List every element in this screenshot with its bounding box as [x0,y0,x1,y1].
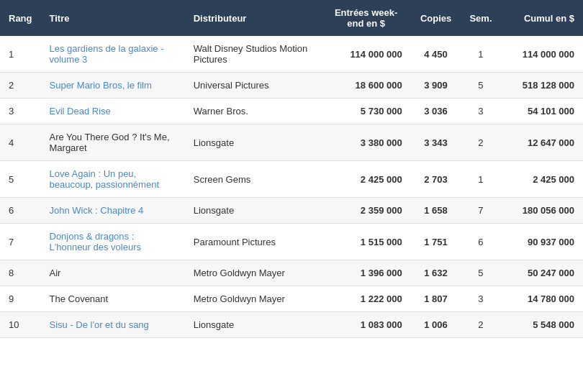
movie-link[interactable]: Evil Dead Rise [50,106,111,117]
cell-copies: 1 658 [411,198,461,224]
cell-entrees: 1 083 000 [322,312,411,338]
cell-titre: Air [41,260,185,286]
cell-copies: 1 807 [411,286,461,312]
cell-rang: 2 [0,73,41,99]
cell-titre[interactable]: Evil Dead Rise [41,99,185,124]
cell-copies: 1 632 [411,260,461,286]
cell-distributeur: Paramount Pictures [185,224,322,260]
movie-link[interactable]: Super Mario Bros, le film [50,80,152,91]
cell-cumul: 5 548 000 [501,312,584,338]
cell-copies: 3 343 [411,124,461,161]
cell-rang: 4 [0,124,41,161]
cell-distributeur: Lionsgate [185,312,322,338]
cell-distributeur: Lionsgate [185,198,322,224]
table-row: 1Les gardiens de la galaxie - volume 3Wa… [0,36,583,73]
cell-cumul: 180 056 000 [501,198,584,224]
cell-sem: 5 [461,260,500,286]
cell-entrees: 1 515 000 [322,224,411,260]
table-row: 4Are You There God ? It's Me, MargaretLi… [0,124,583,161]
cell-distributeur: Lionsgate [185,124,322,161]
cell-sem: 5 [461,73,500,99]
cell-sem: 2 [461,312,500,338]
cell-sem: 1 [461,36,500,73]
box-office-table: Rang Titre Distributeur Entrées week-end… [0,0,583,338]
cell-distributeur: Metro Goldwyn Mayer [185,260,322,286]
header-titre: Titre [41,0,185,36]
cell-copies: 1 006 [411,312,461,338]
movie-link[interactable]: Les gardiens de la galaxie - volume 3 [50,43,164,65]
cell-titre: The Covenant [41,286,185,312]
cell-copies: 3 909 [411,73,461,99]
header-sem: Sem. [461,0,500,36]
cell-rang: 8 [0,260,41,286]
cell-cumul: 54 101 000 [501,99,584,124]
cell-titre[interactable]: Les gardiens de la galaxie - volume 3 [41,36,185,73]
cell-copies: 1 751 [411,224,461,260]
cell-entrees: 1 222 000 [322,286,411,312]
cell-sem: 2 [461,124,500,161]
cell-entrees: 1 396 000 [322,260,411,286]
cell-sem: 3 [461,286,500,312]
table-row: 6John Wick : Chapitre 4Lionsgate2 359 00… [0,198,583,224]
cell-distributeur: Screen Gems [185,161,322,198]
cell-rang: 6 [0,198,41,224]
cell-titre[interactable]: Love Again : Un peu, beaucoup, passionné… [41,161,185,198]
cell-distributeur: Universal Pictures [185,73,322,99]
table-row: 5Love Again : Un peu, beaucoup, passionn… [0,161,583,198]
cell-distributeur: Metro Goldwyn Mayer [185,286,322,312]
cell-titre[interactable]: Sisu - De l'or et du sang [41,312,185,338]
cell-cumul: 2 425 000 [501,161,584,198]
cell-rang: 1 [0,36,41,73]
cell-entrees: 2 425 000 [322,161,411,198]
table-header-row: Rang Titre Distributeur Entrées week-end… [0,0,583,36]
cell-rang: 7 [0,224,41,260]
header-entrees: Entrées week-end en $ [322,0,411,36]
cell-rang: 10 [0,312,41,338]
cell-cumul: 518 128 000 [501,73,584,99]
cell-cumul: 14 780 000 [501,286,584,312]
cell-titre[interactable]: John Wick : Chapitre 4 [41,198,185,224]
movie-link[interactable]: Love Again : Un peu, beaucoup, passionné… [50,168,160,190]
cell-copies: 4 450 [411,36,461,73]
movie-link[interactable]: Donjons & dragons : L'honneur des voleur… [50,231,142,252]
cell-copies: 2 703 [411,161,461,198]
table-row: 7Donjons & dragons : L'honneur des voleu… [0,224,583,260]
cell-sem: 6 [461,224,500,260]
table-row: 10Sisu - De l'or et du sangLionsgate1 08… [0,312,583,338]
cell-rang: 5 [0,161,41,198]
movie-link[interactable]: Sisu - De l'or et du sang [50,319,149,330]
header-distributeur: Distributeur [185,0,322,36]
cell-titre[interactable]: Super Mario Bros, le film [41,73,185,99]
cell-entrees: 3 380 000 [322,124,411,161]
table-row: 3Evil Dead RiseWarner Bros.5 730 0003 03… [0,99,583,124]
cell-cumul: 12 647 000 [501,124,584,161]
header-cumul: Cumul en $ [501,0,584,36]
movie-link[interactable]: John Wick : Chapitre 4 [50,205,144,216]
cell-cumul: 90 937 000 [501,224,584,260]
cell-distributeur: Walt Disney Studios Motion Pictures [185,36,322,73]
table-row: 8AirMetro Goldwyn Mayer1 396 0001 632550… [0,260,583,286]
cell-titre: Are You There God ? It's Me, Margaret [41,124,185,161]
cell-sem: 3 [461,99,500,124]
cell-entrees: 114 000 000 [322,36,411,73]
cell-sem: 1 [461,161,500,198]
cell-copies: 3 036 [411,99,461,124]
table-row: 2Super Mario Bros, le filmUniversal Pict… [0,73,583,99]
cell-entrees: 2 359 000 [322,198,411,224]
cell-cumul: 114 000 000 [501,36,584,73]
cell-rang: 9 [0,286,41,312]
cell-entrees: 18 600 000 [322,73,411,99]
table-row: 9The CovenantMetro Goldwyn Mayer1 222 00… [0,286,583,312]
cell-distributeur: Warner Bros. [185,99,322,124]
header-rang: Rang [0,0,41,36]
header-copies: Copies [411,0,461,36]
cell-rang: 3 [0,99,41,124]
cell-titre[interactable]: Donjons & dragons : L'honneur des voleur… [41,224,185,260]
cell-entrees: 5 730 000 [322,99,411,124]
cell-sem: 7 [461,198,500,224]
cell-cumul: 50 247 000 [501,260,584,286]
